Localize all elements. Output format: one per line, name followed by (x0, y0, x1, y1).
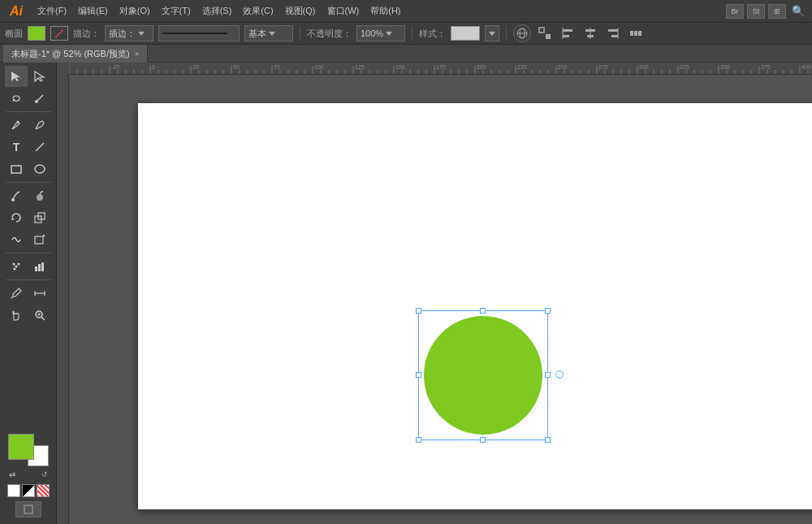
warp-tool[interactable] (5, 229, 28, 250)
document-tab[interactable]: 未标题-1* @ 52% (RGB/预览) × (3, 45, 148, 63)
svg-text:100: 100 (314, 64, 324, 70)
tab-bar: 未标题-1* @ 52% (RGB/预览) × (0, 45, 812, 63)
main-area: T (0, 63, 812, 524)
style-swatch[interactable] (451, 26, 480, 41)
tool-row-lasso (5, 88, 51, 109)
rotate-handle[interactable] (555, 370, 564, 379)
menu-file[interactable]: 文件(F) (32, 3, 71, 19)
ellipse-tool[interactable] (28, 158, 51, 180)
align-center-icon[interactable] (581, 24, 599, 42)
handle-bottom-left[interactable] (416, 437, 421, 443)
free-transform-tool[interactable] (28, 229, 51, 250)
svg-text:250: 250 (558, 64, 568, 70)
scale-tool[interactable] (28, 207, 51, 228)
menu-edit[interactable]: 编辑(E) (73, 3, 113, 19)
options-bar: 椭圆 描边： 插边： 基本 不透明度： 100% 样式： (0, 22, 812, 45)
align-right-icon[interactable] (604, 24, 622, 42)
opacity-input[interactable]: 100% (356, 25, 405, 41)
symbol-sprayer-tool[interactable] (5, 256, 28, 277)
ellipse-object[interactable] (418, 310, 551, 443)
none-swatch[interactable] (7, 484, 20, 497)
svg-point-29 (35, 165, 45, 173)
type-tool[interactable]: T (5, 136, 28, 158)
svg-line-49 (41, 317, 45, 320)
svg-text:200: 200 (477, 64, 486, 70)
svg-rect-9 (563, 29, 572, 32)
tab-close-button[interactable]: × (135, 50, 140, 58)
brush-tool[interactable] (5, 185, 28, 206)
svg-marker-2 (386, 32, 392, 36)
svg-text:375: 375 (761, 64, 771, 70)
stroke-type-dropdown[interactable]: 基本 (244, 25, 293, 41)
gradient-swatch[interactable] (22, 484, 35, 497)
menu-window[interactable]: 窗口(W) (322, 3, 365, 19)
hand-tool[interactable] (5, 305, 28, 326)
stroke-swatch[interactable] (50, 26, 68, 41)
svg-marker-21 (11, 71, 20, 81)
search-icon[interactable]: 🔍 (789, 4, 807, 19)
tool-row-shapes (5, 158, 51, 180)
menu-effect[interactable]: 效果(C) (238, 3, 278, 19)
menu-help[interactable]: 帮助(H) (365, 3, 405, 19)
handle-bottom-right[interactable] (545, 437, 551, 443)
foreground-color-swatch[interactable] (8, 434, 34, 460)
swap-colors-button[interactable]: ⇄ (6, 468, 19, 481)
stroke-width-input[interactable]: 插边： (105, 25, 153, 41)
menu-view[interactable]: 视图(Q) (280, 3, 321, 19)
handle-right-mid[interactable] (545, 372, 551, 378)
direct-selection-tool[interactable] (28, 66, 51, 87)
lasso-tool[interactable] (5, 88, 28, 109)
handle-top-right[interactable] (545, 308, 551, 314)
svg-point-26 (17, 121, 19, 123)
tool-row-eyedropper (5, 283, 51, 304)
pencil-tool[interactable] (28, 115, 51, 136)
stroke-line-preview[interactable] (158, 25, 240, 41)
fill-swatch[interactable] (28, 26, 45, 41)
zoom-tool[interactable] (28, 305, 51, 326)
handle-top-left[interactable] (416, 308, 421, 314)
handle-top-mid[interactable] (480, 308, 486, 314)
ellipse-fill-shape (424, 316, 542, 435)
rect-align-icon[interactable] (536, 24, 554, 42)
stroke-label: 描边： (73, 28, 100, 40)
canvas-area: -250255075100125150175200225250275300325… (57, 63, 812, 524)
svg-rect-8 (546, 34, 551, 39)
screen-mode-button[interactable] (15, 501, 41, 518)
shape-label: 椭圆 (5, 28, 23, 40)
column-graph-tool[interactable] (28, 256, 51, 277)
none-fill-swatch[interactable] (37, 484, 50, 497)
magic-wand-tool[interactable] (28, 88, 51, 109)
eyedropper-tool[interactable] (5, 283, 28, 304)
svg-text:25: 25 (192, 64, 199, 70)
svg-text:175: 175 (436, 64, 446, 70)
align-left-icon[interactable] (559, 24, 577, 42)
line-tool[interactable] (28, 136, 51, 158)
svg-marker-0 (138, 32, 145, 36)
pen-tool[interactable] (5, 115, 28, 136)
rectangle-tool[interactable] (5, 158, 28, 180)
handle-left-mid[interactable] (416, 372, 421, 378)
tab-title: 未标题-1* @ 52% (RGB/预览) (11, 48, 130, 60)
stock-icon[interactable]: St (747, 4, 765, 19)
svg-point-23 (13, 99, 15, 102)
selection-tool[interactable] (5, 66, 28, 87)
tool-row-graph (5, 256, 51, 277)
default-colors-button[interactable]: ↺ (38, 468, 51, 481)
svg-marker-32 (11, 218, 15, 220)
menu-type[interactable]: 文字(T) (157, 3, 196, 19)
menu-select[interactable]: 选择(S) (197, 3, 237, 19)
bridge-icon[interactable]: Br (726, 4, 744, 19)
tool-row-pen (5, 115, 51, 136)
measure-tool[interactable] (28, 283, 51, 304)
style-dropdown[interactable] (485, 25, 499, 41)
svg-point-39 (18, 263, 20, 266)
svg-text:0: 0 (152, 64, 155, 70)
workspace-icon[interactable]: ⊞ (768, 4, 786, 19)
distribute-icon[interactable] (627, 24, 645, 42)
menu-object[interactable]: 对象(O) (114, 3, 155, 19)
rotate-tool[interactable] (5, 207, 28, 228)
handle-bottom-mid[interactable] (480, 437, 486, 443)
blob-brush-tool[interactable] (28, 185, 51, 206)
swatch-corner-buttons: ⇄ ↺ (6, 468, 51, 481)
globe-icon[interactable] (513, 24, 531, 42)
